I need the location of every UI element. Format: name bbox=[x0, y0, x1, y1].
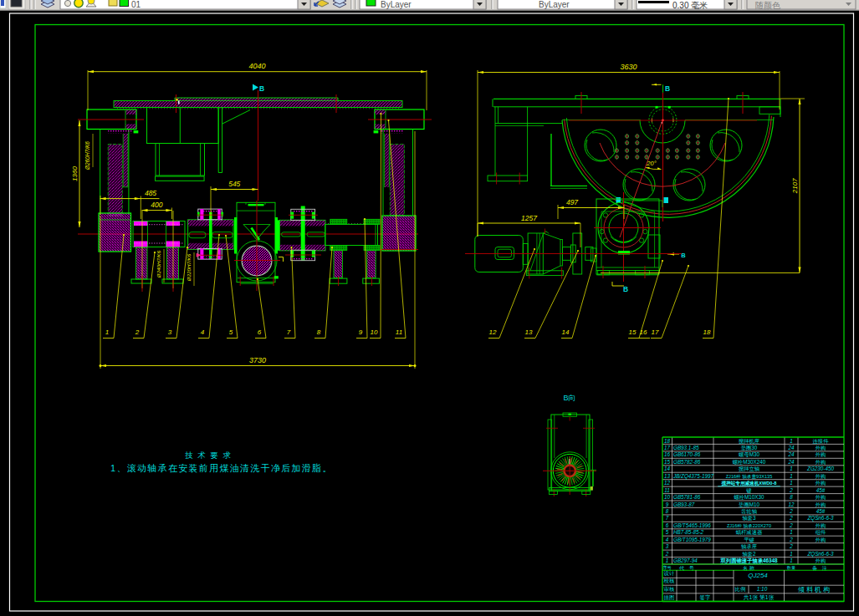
svg-text:1: 1 bbox=[790, 438, 793, 444]
svg-text:20°: 20° bbox=[646, 160, 656, 167]
svg-text:GB6170-86: GB6170-86 bbox=[673, 451, 701, 457]
svg-text:545: 545 bbox=[228, 180, 240, 188]
svg-text:3: 3 bbox=[666, 543, 669, 549]
svg-text:14: 14 bbox=[562, 328, 570, 336]
svg-text:16: 16 bbox=[640, 328, 647, 336]
svg-text:ByLayer: ByLayer bbox=[381, 0, 412, 9]
svg-text:GB297-94: GB297-94 bbox=[673, 557, 698, 563]
svg-text:1360: 1360 bbox=[71, 166, 79, 181]
svg-text:2: 2 bbox=[665, 551, 669, 557]
svg-text:7: 7 bbox=[666, 515, 669, 521]
svg-text:螺栓M30X240: 螺栓M30X240 bbox=[733, 459, 766, 466]
svg-text:GB5782-86: GB5782-86 bbox=[673, 459, 701, 465]
svg-text:18: 18 bbox=[664, 438, 671, 444]
svg-text:1: 1 bbox=[105, 328, 109, 336]
svg-text:15: 15 bbox=[629, 328, 637, 336]
svg-text:外购: 外购 bbox=[816, 445, 826, 451]
svg-text:1: 1 bbox=[790, 480, 793, 486]
svg-text:2: 2 bbox=[789, 543, 793, 549]
svg-text:5: 5 bbox=[666, 529, 669, 535]
svg-text:Ø260H7/K6: Ø260H7/K6 bbox=[84, 141, 90, 171]
svg-text:17: 17 bbox=[652, 328, 659, 336]
svg-text:3630: 3630 bbox=[620, 63, 637, 71]
svg-text:垫圈30: 垫圈30 bbox=[741, 445, 758, 451]
svg-text:2: 2 bbox=[789, 508, 793, 514]
svg-text:QJ254: QJ254 bbox=[748, 572, 768, 579]
svg-text:24: 24 bbox=[787, 451, 795, 457]
svg-text:轴套3: 轴套3 bbox=[742, 515, 756, 522]
svg-text:代 号: 代 号 bbox=[678, 565, 696, 571]
svg-text:10: 10 bbox=[371, 328, 378, 336]
svg-text:1: 1 bbox=[790, 557, 793, 563]
svg-text:外购: 外购 bbox=[816, 557, 826, 564]
svg-text:设计: 设计 bbox=[664, 570, 675, 576]
svg-text:24: 24 bbox=[787, 445, 795, 451]
svg-text:0.30 毫米: 0.30 毫米 bbox=[672, 1, 708, 10]
svg-text:10: 10 bbox=[664, 494, 671, 500]
svg-text:18: 18 bbox=[703, 328, 711, 336]
svg-text:Ø240H7/K6: Ø240H7/K6 bbox=[156, 250, 161, 278]
svg-text:16: 16 bbox=[664, 451, 671, 457]
svg-text:7: 7 bbox=[287, 328, 291, 336]
svg-text:键: 键 bbox=[745, 487, 752, 494]
svg-text:GB93.1-85: GB93.1-85 bbox=[673, 445, 699, 451]
svg-text:共1张 第1张: 共1张 第1张 bbox=[744, 594, 775, 601]
svg-text:ZJ16种 轴承220X270: ZJ16种 轴承220X270 bbox=[727, 523, 771, 529]
svg-text:5: 5 bbox=[229, 328, 233, 336]
svg-text:GB/T1095-1979: GB/T1095-1979 bbox=[673, 537, 711, 542]
svg-text:外购: 外购 bbox=[816, 501, 826, 508]
svg-text:随颜色: 随颜色 bbox=[755, 1, 781, 10]
svg-text:4: 4 bbox=[201, 328, 205, 336]
svg-text:6: 6 bbox=[666, 522, 669, 528]
svg-text:9: 9 bbox=[666, 501, 669, 507]
svg-text:2: 2 bbox=[789, 487, 793, 493]
svg-text:12: 12 bbox=[664, 480, 671, 486]
svg-text:8: 8 bbox=[666, 508, 669, 514]
svg-text:2: 2 bbox=[789, 537, 793, 542]
svg-text:GB/T5465-1996: GB/T5465-1996 bbox=[673, 522, 711, 528]
svg-text:外购: 外购 bbox=[816, 522, 826, 529]
svg-text:外购: 外购 bbox=[816, 537, 826, 543]
svg-text:17: 17 bbox=[664, 445, 671, 451]
svg-text:4: 4 bbox=[666, 537, 669, 542]
svg-text:组件: 组件 bbox=[816, 529, 826, 535]
svg-text:B: B bbox=[681, 252, 686, 259]
svg-text:齿轮轴: 齿轮轴 bbox=[741, 508, 757, 515]
svg-text:蜗杆减速器: 蜗杆减速器 bbox=[736, 529, 763, 536]
svg-text:外购: 外购 bbox=[816, 451, 826, 458]
svg-text:2107: 2107 bbox=[791, 178, 799, 194]
svg-text:签字: 签字 bbox=[700, 594, 711, 600]
svg-text:B: B bbox=[259, 84, 264, 93]
svg-text:2: 2 bbox=[135, 328, 140, 336]
svg-text:外购: 外购 bbox=[816, 459, 826, 466]
svg-text:垫圈M10: 垫圈M10 bbox=[739, 501, 759, 507]
svg-text:9: 9 bbox=[359, 328, 363, 336]
svg-text:11: 11 bbox=[664, 487, 670, 493]
svg-text:1: 1 bbox=[790, 473, 793, 479]
svg-text:1: 1 bbox=[666, 557, 669, 563]
svg-text:校核: 校核 bbox=[663, 578, 675, 583]
svg-text:外购: 外购 bbox=[816, 473, 826, 480]
svg-text:01: 01 bbox=[131, 0, 141, 9]
svg-text:1: 1 bbox=[790, 466, 793, 471]
svg-text:描图: 描图 bbox=[664, 594, 675, 601]
svg-text:45#: 45# bbox=[816, 487, 826, 493]
svg-text:6: 6 bbox=[258, 328, 262, 336]
svg-text:12: 12 bbox=[489, 328, 497, 336]
svg-text:485: 485 bbox=[145, 189, 156, 197]
svg-text:2: 2 bbox=[789, 522, 793, 528]
svg-text:13: 13 bbox=[525, 328, 533, 336]
svg-text:轴承座: 轴承座 bbox=[741, 543, 758, 550]
svg-text:11: 11 bbox=[396, 328, 402, 336]
svg-text:12: 12 bbox=[788, 501, 795, 507]
svg-text:B: B bbox=[665, 84, 670, 93]
svg-text:外购: 外购 bbox=[816, 494, 826, 501]
svg-text:1:10: 1:10 bbox=[757, 586, 768, 592]
svg-text:GB5781-86: GB5781-86 bbox=[673, 494, 701, 500]
svg-text:外购: 外购 bbox=[816, 480, 826, 486]
svg-text:B向: B向 bbox=[563, 394, 575, 402]
svg-text:轴套2: 轴套2 bbox=[742, 551, 756, 557]
svg-text:14: 14 bbox=[664, 466, 671, 471]
svg-text:平键: 平键 bbox=[744, 537, 754, 543]
svg-text:倾料机构: 倾料机构 bbox=[798, 586, 831, 593]
